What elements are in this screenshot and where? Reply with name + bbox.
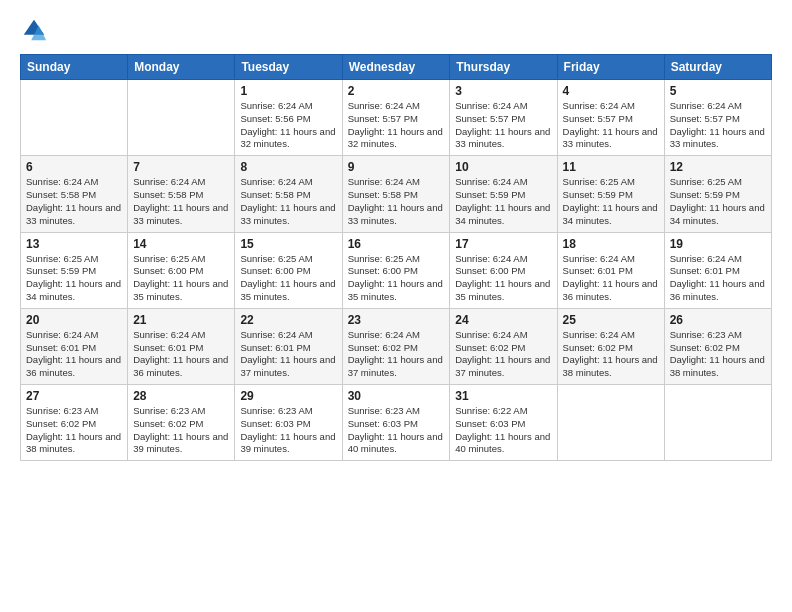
calendar-cell: 20Sunrise: 6:24 AMSunset: 6:01 PMDayligh… — [21, 308, 128, 384]
calendar-day-header: Sunday — [21, 55, 128, 80]
calendar-cell: 1Sunrise: 6:24 AMSunset: 5:56 PMDaylight… — [235, 80, 342, 156]
day-detail: Sunrise: 6:25 AMSunset: 6:00 PMDaylight:… — [133, 253, 229, 304]
day-number: 12 — [670, 160, 766, 174]
day-number: 6 — [26, 160, 122, 174]
calendar-cell — [21, 80, 128, 156]
calendar-day-header: Saturday — [664, 55, 771, 80]
calendar-cell: 31Sunrise: 6:22 AMSunset: 6:03 PMDayligh… — [450, 385, 557, 461]
day-detail: Sunrise: 6:23 AMSunset: 6:02 PMDaylight:… — [670, 329, 766, 380]
day-detail: Sunrise: 6:24 AMSunset: 5:58 PMDaylight:… — [26, 176, 122, 227]
day-detail: Sunrise: 6:22 AMSunset: 6:03 PMDaylight:… — [455, 405, 551, 456]
day-number: 27 — [26, 389, 122, 403]
day-detail: Sunrise: 6:24 AMSunset: 5:57 PMDaylight:… — [563, 100, 659, 151]
calendar-cell: 10Sunrise: 6:24 AMSunset: 5:59 PMDayligh… — [450, 156, 557, 232]
day-number: 29 — [240, 389, 336, 403]
day-detail: Sunrise: 6:23 AMSunset: 6:03 PMDaylight:… — [240, 405, 336, 456]
day-detail: Sunrise: 6:24 AMSunset: 5:59 PMDaylight:… — [455, 176, 551, 227]
calendar-day-header: Friday — [557, 55, 664, 80]
calendar-cell: 9Sunrise: 6:24 AMSunset: 5:58 PMDaylight… — [342, 156, 450, 232]
calendar-week-row: 20Sunrise: 6:24 AMSunset: 6:01 PMDayligh… — [21, 308, 772, 384]
day-number: 24 — [455, 313, 551, 327]
calendar-cell: 28Sunrise: 6:23 AMSunset: 6:02 PMDayligh… — [128, 385, 235, 461]
calendar-cell: 5Sunrise: 6:24 AMSunset: 5:57 PMDaylight… — [664, 80, 771, 156]
calendar-cell: 23Sunrise: 6:24 AMSunset: 6:02 PMDayligh… — [342, 308, 450, 384]
day-number: 31 — [455, 389, 551, 403]
calendar-cell — [128, 80, 235, 156]
calendar-cell: 26Sunrise: 6:23 AMSunset: 6:02 PMDayligh… — [664, 308, 771, 384]
calendar-cell: 6Sunrise: 6:24 AMSunset: 5:58 PMDaylight… — [21, 156, 128, 232]
day-detail: Sunrise: 6:24 AMSunset: 6:01 PMDaylight:… — [240, 329, 336, 380]
day-detail: Sunrise: 6:24 AMSunset: 5:58 PMDaylight:… — [348, 176, 445, 227]
day-number: 9 — [348, 160, 445, 174]
calendar-cell: 12Sunrise: 6:25 AMSunset: 5:59 PMDayligh… — [664, 156, 771, 232]
calendar-cell: 4Sunrise: 6:24 AMSunset: 5:57 PMDaylight… — [557, 80, 664, 156]
day-detail: Sunrise: 6:24 AMSunset: 5:58 PMDaylight:… — [133, 176, 229, 227]
day-detail: Sunrise: 6:24 AMSunset: 6:01 PMDaylight:… — [133, 329, 229, 380]
calendar-cell: 8Sunrise: 6:24 AMSunset: 5:58 PMDaylight… — [235, 156, 342, 232]
calendar-day-header: Tuesday — [235, 55, 342, 80]
day-number: 19 — [670, 237, 766, 251]
calendar-day-header: Wednesday — [342, 55, 450, 80]
calendar-cell: 15Sunrise: 6:25 AMSunset: 6:00 PMDayligh… — [235, 232, 342, 308]
day-number: 15 — [240, 237, 336, 251]
calendar-cell: 18Sunrise: 6:24 AMSunset: 6:01 PMDayligh… — [557, 232, 664, 308]
page: SundayMondayTuesdayWednesdayThursdayFrid… — [0, 0, 792, 612]
day-number: 30 — [348, 389, 445, 403]
day-detail: Sunrise: 6:24 AMSunset: 6:01 PMDaylight:… — [563, 253, 659, 304]
calendar-cell: 27Sunrise: 6:23 AMSunset: 6:02 PMDayligh… — [21, 385, 128, 461]
calendar-cell: 29Sunrise: 6:23 AMSunset: 6:03 PMDayligh… — [235, 385, 342, 461]
day-number: 3 — [455, 84, 551, 98]
calendar-cell: 7Sunrise: 6:24 AMSunset: 5:58 PMDaylight… — [128, 156, 235, 232]
calendar-cell: 13Sunrise: 6:25 AMSunset: 5:59 PMDayligh… — [21, 232, 128, 308]
day-number: 4 — [563, 84, 659, 98]
day-number: 10 — [455, 160, 551, 174]
day-number: 28 — [133, 389, 229, 403]
calendar-week-row: 13Sunrise: 6:25 AMSunset: 5:59 PMDayligh… — [21, 232, 772, 308]
day-number: 2 — [348, 84, 445, 98]
day-detail: Sunrise: 6:24 AMSunset: 5:58 PMDaylight:… — [240, 176, 336, 227]
calendar-week-row: 1Sunrise: 6:24 AMSunset: 5:56 PMDaylight… — [21, 80, 772, 156]
calendar-week-row: 27Sunrise: 6:23 AMSunset: 6:02 PMDayligh… — [21, 385, 772, 461]
calendar-cell — [557, 385, 664, 461]
day-number: 16 — [348, 237, 445, 251]
day-number: 22 — [240, 313, 336, 327]
day-number: 23 — [348, 313, 445, 327]
day-detail: Sunrise: 6:24 AMSunset: 6:01 PMDaylight:… — [670, 253, 766, 304]
day-detail: Sunrise: 6:24 AMSunset: 6:02 PMDaylight:… — [348, 329, 445, 380]
day-number: 1 — [240, 84, 336, 98]
calendar-cell: 21Sunrise: 6:24 AMSunset: 6:01 PMDayligh… — [128, 308, 235, 384]
day-detail: Sunrise: 6:25 AMSunset: 6:00 PMDaylight:… — [348, 253, 445, 304]
logo — [20, 16, 52, 44]
calendar-cell: 2Sunrise: 6:24 AMSunset: 5:57 PMDaylight… — [342, 80, 450, 156]
day-detail: Sunrise: 6:24 AMSunset: 6:02 PMDaylight:… — [563, 329, 659, 380]
calendar-week-row: 6Sunrise: 6:24 AMSunset: 5:58 PMDaylight… — [21, 156, 772, 232]
calendar-header-row: SundayMondayTuesdayWednesdayThursdayFrid… — [21, 55, 772, 80]
day-detail: Sunrise: 6:25 AMSunset: 5:59 PMDaylight:… — [670, 176, 766, 227]
day-number: 11 — [563, 160, 659, 174]
day-number: 5 — [670, 84, 766, 98]
day-number: 21 — [133, 313, 229, 327]
calendar-cell: 11Sunrise: 6:25 AMSunset: 5:59 PMDayligh… — [557, 156, 664, 232]
day-detail: Sunrise: 6:24 AMSunset: 6:00 PMDaylight:… — [455, 253, 551, 304]
day-detail: Sunrise: 6:25 AMSunset: 5:59 PMDaylight:… — [26, 253, 122, 304]
day-detail: Sunrise: 6:23 AMSunset: 6:02 PMDaylight:… — [26, 405, 122, 456]
calendar-cell: 14Sunrise: 6:25 AMSunset: 6:00 PMDayligh… — [128, 232, 235, 308]
calendar-cell — [664, 385, 771, 461]
calendar-day-header: Thursday — [450, 55, 557, 80]
day-number: 14 — [133, 237, 229, 251]
day-number: 8 — [240, 160, 336, 174]
day-number: 13 — [26, 237, 122, 251]
day-detail: Sunrise: 6:24 AMSunset: 5:57 PMDaylight:… — [348, 100, 445, 151]
calendar-cell: 24Sunrise: 6:24 AMSunset: 6:02 PMDayligh… — [450, 308, 557, 384]
calendar-cell: 25Sunrise: 6:24 AMSunset: 6:02 PMDayligh… — [557, 308, 664, 384]
day-number: 26 — [670, 313, 766, 327]
day-number: 7 — [133, 160, 229, 174]
day-detail: Sunrise: 6:24 AMSunset: 5:56 PMDaylight:… — [240, 100, 336, 151]
day-detail: Sunrise: 6:24 AMSunset: 6:01 PMDaylight:… — [26, 329, 122, 380]
calendar-cell: 17Sunrise: 6:24 AMSunset: 6:00 PMDayligh… — [450, 232, 557, 308]
logo-icon — [20, 16, 48, 44]
calendar-cell: 22Sunrise: 6:24 AMSunset: 6:01 PMDayligh… — [235, 308, 342, 384]
calendar-cell: 19Sunrise: 6:24 AMSunset: 6:01 PMDayligh… — [664, 232, 771, 308]
day-detail: Sunrise: 6:24 AMSunset: 5:57 PMDaylight:… — [670, 100, 766, 151]
calendar-cell: 3Sunrise: 6:24 AMSunset: 5:57 PMDaylight… — [450, 80, 557, 156]
